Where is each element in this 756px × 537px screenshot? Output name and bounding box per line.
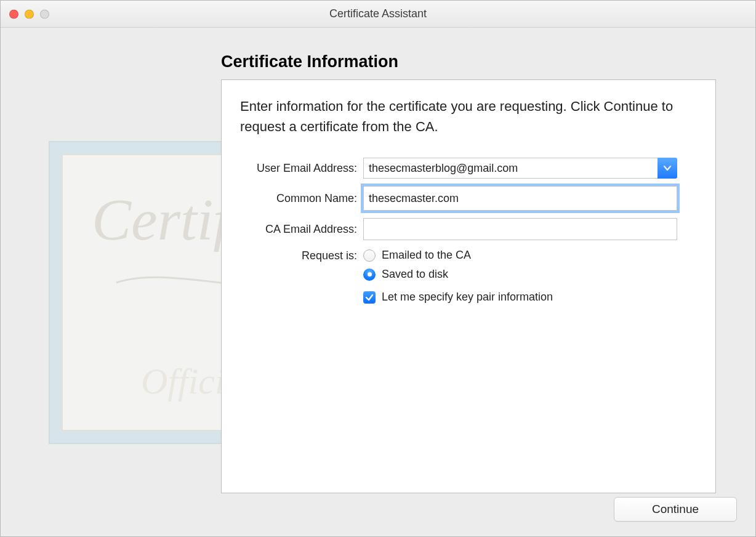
radio-saved-label: Saved to disk [382, 268, 448, 281]
user-email-input[interactable] [363, 158, 657, 179]
request-is-radio-group: Emailed to the CA Saved to disk Let me [363, 248, 698, 304]
radio-icon [363, 249, 376, 262]
traffic-lights [9, 9, 49, 18]
chevron-down-icon [664, 164, 671, 172]
row-common-name: Common Name: [240, 186, 698, 211]
continue-button[interactable]: Continue [614, 497, 737, 522]
row-ca-email: CA Email Address: [240, 218, 698, 240]
page-heading: Certificate Information [221, 52, 398, 71]
request-is-label: Request is: [240, 248, 363, 262]
radio-emailed-to-ca[interactable]: Emailed to the CA [363, 249, 698, 262]
window-title: Certificate Assistant [329, 7, 427, 20]
ca-email-input[interactable] [363, 218, 677, 240]
radio-emailed-label: Emailed to the CA [382, 249, 471, 262]
common-name-input[interactable] [363, 186, 677, 211]
user-email-dropdown-button[interactable] [657, 158, 677, 179]
checkmark-icon [365, 293, 374, 302]
main-panel: Enter information for the certificate yo… [221, 79, 716, 493]
window: Certificate Assistant Certificate Offici… [0, 0, 756, 537]
certificate-form: User Email Address: Common Name: [240, 158, 698, 311]
user-email-combobox[interactable] [363, 158, 677, 179]
checkbox-specify-keypair[interactable]: Let me specify key pair information [363, 291, 698, 304]
content-area: Certificate Official Certificate Informa… [1, 28, 755, 536]
minimize-icon[interactable] [25, 9, 34, 18]
common-name-label: Common Name: [240, 192, 363, 205]
checkbox-specify-keypair-label: Let me specify key pair information [382, 291, 553, 304]
row-user-email: User Email Address: [240, 158, 698, 179]
radio-saved-to-disk[interactable]: Saved to disk [363, 268, 698, 281]
close-icon[interactable] [9, 9, 18, 18]
titlebar: Certificate Assistant [1, 1, 755, 28]
user-email-label: User Email Address: [240, 162, 363, 175]
checkbox-icon [363, 291, 376, 304]
instructions-text: Enter information for the certificate yo… [240, 96, 697, 137]
radio-icon [363, 268, 376, 281]
zoom-icon [40, 9, 49, 18]
row-request-is: Request is: Emailed to the CA Saved to d… [240, 248, 698, 304]
ca-email-label: CA Email Address: [240, 223, 363, 236]
